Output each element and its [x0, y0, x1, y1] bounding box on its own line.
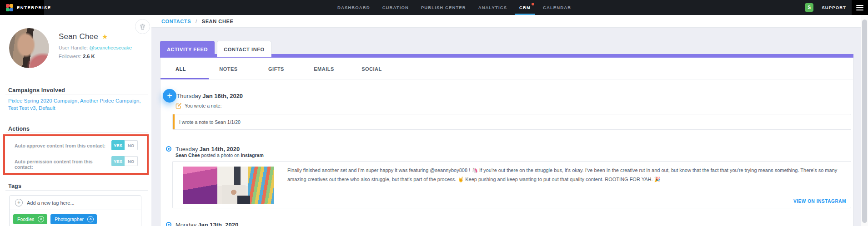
- user-handle-label: User Handle:: [59, 45, 89, 50]
- note-label: You wrote a note:: [185, 103, 221, 108]
- brand-label: ENTERPRISE: [17, 5, 51, 10]
- top-nav-right: S SUPPORT: [805, 0, 852, 15]
- nav-item-calendar[interactable]: CALENDAR: [543, 0, 571, 15]
- note-text: I wrote a note to Sean 1/1/20: [175, 119, 241, 125]
- nav-item-curation[interactable]: CURATION: [382, 0, 409, 15]
- remove-tag-icon[interactable]: ✕: [38, 216, 44, 222]
- subtab-gifts[interactable]: GIFTS: [252, 58, 300, 80]
- followers-value: 2.6 K: [83, 54, 95, 59]
- timeline-date: MondayJan 13th, 2020: [176, 221, 238, 226]
- user-avatar-badge[interactable]: S: [805, 3, 813, 12]
- nav-item-crm[interactable]: CRM: [519, 0, 531, 15]
- campaign-link[interactable]: Test Test v3: [8, 105, 36, 111]
- add-tag-plus-icon[interactable]: +: [15, 199, 23, 206]
- contact-sidebar: Sean Chee ★ User Handle: @seancheesecake…: [0, 15, 151, 226]
- subtab-all[interactable]: ALL: [157, 58, 205, 80]
- campaign-link[interactable]: Default: [39, 105, 55, 111]
- note-box: I wrote a note to Sean 1/1/20: [172, 114, 851, 130]
- nav-item-analytics[interactable]: ANALYTICS: [478, 0, 507, 15]
- trash-icon: [139, 23, 146, 30]
- auto-permission-yes-button[interactable]: YES: [111, 156, 125, 166]
- auto-permission-toggle: YES NO: [111, 156, 138, 166]
- contact-avatar: [9, 28, 49, 68]
- breadcrumb-separator: /: [196, 19, 197, 24]
- tag-chip-foodies[interactable]: Foodies ✕: [13, 214, 47, 224]
- followers-row: Followers: 2.6 K: [59, 54, 95, 59]
- tags-heading: Tags: [8, 183, 21, 189]
- activity-subtabs: ALL NOTES GIFTS EMAILS SOCIAL: [157, 58, 396, 80]
- add-tag-input[interactable]: [27, 200, 135, 206]
- actions-divider: [5, 133, 148, 133]
- post-actor: Sean Chee: [176, 152, 200, 158]
- page-scrollbar-thumb[interactable]: [862, 20, 867, 223]
- tag-chip-label: Foodies: [17, 216, 34, 222]
- campaign-links: Pixlee Spring 2020 Campaign, Another Pix…: [8, 97, 148, 112]
- auto-approve-toggle: YES NO: [111, 140, 138, 150]
- top-nav-items: DASHBOARD CURATION PUBLISH CENTER ANALYT…: [337, 0, 571, 15]
- timeline-date-bold: Jan 16th, 2020: [202, 93, 243, 99]
- nav-item-crm-label: CRM: [519, 5, 531, 10]
- post-caption: Finally finished another set and I'm sup…: [287, 166, 845, 184]
- add-tag-row: +: [10, 196, 141, 210]
- tags-divider: [5, 190, 148, 191]
- campaigns-heading: Campaigns Involved: [8, 87, 65, 93]
- actions-annotation-highlight-box: Auto approve content from this contact: …: [3, 134, 149, 175]
- campaign-link[interactable]: Another Pixlee Campaign: [80, 98, 139, 103]
- note-label-row: You wrote a note:: [176, 103, 221, 109]
- auto-approve-yes-button[interactable]: YES: [111, 140, 125, 150]
- tags-box: + Foodies ✕ Photographer ✕: [9, 195, 141, 226]
- campaigns-divider: [5, 94, 148, 94]
- instagram-photo-thumbnail[interactable]: [183, 167, 274, 204]
- subtab-social[interactable]: SOCIAL: [348, 58, 396, 80]
- nav-item-publish-center[interactable]: PUBLISH CENTER: [421, 0, 466, 15]
- breadcrumb-current: SEAN CHEE: [202, 19, 234, 24]
- timeline-day: Monday: [176, 221, 196, 226]
- auto-approve-no-button[interactable]: NO: [125, 140, 138, 150]
- remove-tag-icon[interactable]: ✕: [87, 216, 94, 222]
- tab-activity-feed[interactable]: ACTIVITY FEED: [160, 41, 215, 58]
- contact-name: Sean Chee: [59, 32, 98, 41]
- campaign-link[interactable]: Pixlee Spring 2020 Campaign: [8, 98, 77, 103]
- timeline-date: TuesdayJan 14th, 2020: [176, 146, 240, 152]
- nav-item-dashboard[interactable]: DASHBOARD: [337, 0, 370, 15]
- post-action-text: posted a photo on: [200, 152, 241, 158]
- post-platform: Instagram: [241, 152, 264, 158]
- delete-contact-button[interactable]: [135, 19, 150, 34]
- hamburger-menu-button[interactable]: [852, 0, 868, 15]
- timeline-bullet-icon: [166, 222, 171, 226]
- tab-contact-info[interactable]: CONTACT INFO: [217, 41, 271, 57]
- instagram-post-card: Finally finished another set and I'm sup…: [172, 161, 851, 208]
- followers-label: Followers:: [59, 54, 83, 59]
- timeline-date-bold: Jan 13th, 2020: [198, 221, 238, 226]
- tag-chip-photographer[interactable]: Photographer ✕: [50, 214, 97, 224]
- activity-feed-panel: ALL NOTES GIFTS EMAILS SOCIAL + Thursday…: [160, 58, 853, 226]
- timeline-day: Tuesday: [176, 146, 198, 152]
- tag-chip-label: Photographer: [55, 216, 84, 222]
- active-subtab-underline: [161, 78, 209, 79]
- pixlee-logo-icon: [6, 4, 13, 11]
- actions-heading: Actions: [8, 126, 30, 132]
- auto-approve-label: Auto approve content from this contact:: [15, 143, 108, 148]
- timeline-bullet-icon: [166, 146, 171, 152]
- add-activity-button[interactable]: +: [163, 89, 176, 103]
- timeline-day: Thursday: [176, 93, 201, 99]
- user-handle-link[interactable]: @seancheesecake: [89, 45, 132, 50]
- top-nav-bar: ENTERPRISE DASHBOARD CURATION PUBLISH CE…: [0, 0, 868, 15]
- auto-permission-no-button[interactable]: NO: [125, 156, 138, 166]
- breadcrumb: CONTACTS / SEAN CHEE: [151, 15, 861, 28]
- subtab-emails[interactable]: EMAILS: [300, 58, 348, 80]
- timeline-date: ThursdayJan 16th, 2020: [176, 93, 243, 99]
- star-icon[interactable]: ★: [102, 33, 108, 41]
- breadcrumb-contacts-link[interactable]: CONTACTS: [161, 19, 191, 24]
- brand-block[interactable]: ENTERPRISE: [0, 0, 44, 15]
- view-on-instagram-link[interactable]: VIEW ON INSTAGRAM: [793, 199, 846, 204]
- hamburger-icon: [856, 4, 863, 12]
- timeline-date-bold: Jan 14th, 2020: [199, 146, 240, 152]
- tag-chips-row: Foodies ✕ Photographer ✕: [10, 210, 141, 226]
- subtab-notes[interactable]: NOTES: [205, 58, 252, 80]
- page-scrollbar-track[interactable]: [861, 15, 868, 226]
- active-nav-underline: [515, 14, 535, 15]
- note-pencil-icon: [176, 103, 182, 109]
- post-subtitle: Sean Chee posted a photo on Instagram: [176, 152, 264, 158]
- support-link[interactable]: SUPPORT: [822, 5, 846, 10]
